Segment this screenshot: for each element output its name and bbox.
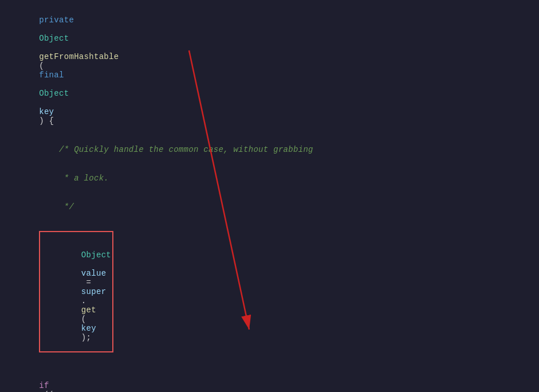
code-line-5: Object value = super . get ( key ); <box>0 221 539 362</box>
keyword-private: private <box>39 15 74 25</box>
code-line-4: */ <box>0 193 539 221</box>
code-editor: private Object getFromHashtable ( final … <box>0 0 539 392</box>
highlighted-box: Object value = super . get ( key ); <box>39 231 113 352</box>
method-name: getFromHashtable <box>39 52 119 61</box>
code-line-6: if (( value != PENDING ) && <box>0 362 539 392</box>
type-object: Object <box>39 34 69 43</box>
code-line-2: /* Quickly handle the common case, witho… <box>0 135 539 164</box>
code-line-1: private Object getFromHashtable ( final … <box>0 6 539 135</box>
keyword-final: final <box>39 70 64 80</box>
code-line-3: * a lock. <box>0 164 539 193</box>
